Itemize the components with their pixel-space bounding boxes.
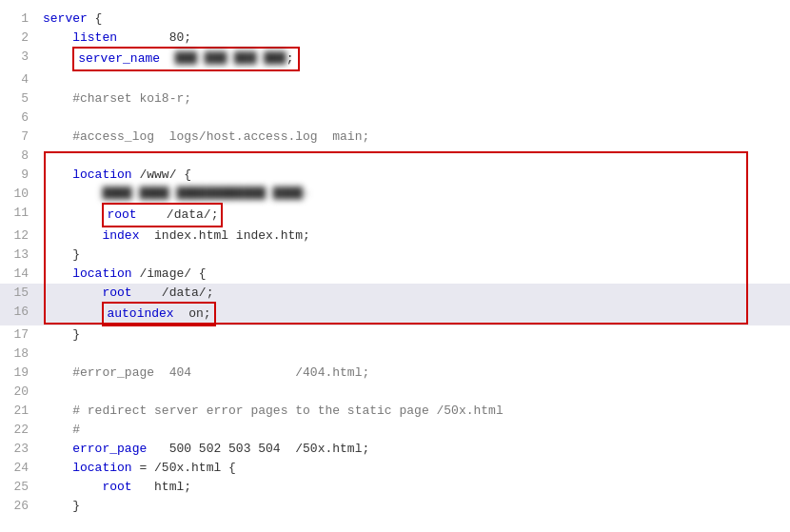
line-content-6 xyxy=(38,108,790,128)
line-content-5: #charset koi8-r; xyxy=(38,89,790,108)
code-line-10: 10 ████ ████ ████████████ ████- xyxy=(0,185,790,204)
line-content-24: location = /50x.html { xyxy=(38,459,790,478)
line-num-10: 10 xyxy=(0,185,38,204)
code-line-12: 12 index index.html index.htm; xyxy=(0,227,790,246)
blurred-content-10: ████ ████ ████████████ ████- xyxy=(102,185,309,204)
line-content-2: listen 80; xyxy=(38,29,790,48)
line-content-4 xyxy=(38,70,790,89)
code-line-20: 20 xyxy=(0,383,790,402)
line-num-23: 23 xyxy=(0,440,38,459)
line-content-18 xyxy=(38,345,790,364)
code-line-23: 23 error_page 500 502 503 504 /50x.html; xyxy=(0,440,790,459)
line-num-3: 3 xyxy=(0,48,38,67)
line-num-2: 2 xyxy=(0,29,38,48)
line-content-7: #access_log logs/host.access.log main; xyxy=(38,128,790,147)
code-line-9: 9 location /www/ { xyxy=(0,166,790,185)
line-content-26: } xyxy=(38,497,790,516)
line-num-19: 19 xyxy=(0,364,38,383)
code-line-1: 1 server { xyxy=(0,10,790,29)
code-line-4: 4 xyxy=(0,70,790,89)
line-num-8: 8 xyxy=(0,147,38,166)
line-content-17: } xyxy=(38,325,790,345)
line-content-20 xyxy=(38,383,790,402)
line-num-20: 20 xyxy=(0,383,38,402)
line-num-24: 24 xyxy=(0,459,38,478)
line-num-6: 6 xyxy=(0,108,38,128)
line-content-8 xyxy=(38,147,790,166)
line-content-21: # redirect server error pages to the sta… xyxy=(38,402,790,421)
line-num-9: 9 xyxy=(0,166,38,185)
code-line-21: 21 # redirect server error pages to the … xyxy=(0,402,790,421)
line-num-21: 21 xyxy=(0,402,38,421)
line-content-12: index index.html index.htm; xyxy=(38,227,790,246)
code-line-11: 11 root /data/; xyxy=(0,204,790,227)
line-content-14: location /image/ { xyxy=(38,265,790,284)
code-line-5: 5 #charset koi8-r; xyxy=(0,89,790,108)
line-content-11: root /data/; xyxy=(38,204,790,227)
line-content-22: # xyxy=(38,421,790,440)
line-num-18: 18 xyxy=(0,345,38,364)
line-num-13: 13 xyxy=(0,246,38,265)
code-line-3: 3 server_name ███ ███ ███ ███; xyxy=(0,48,790,70)
line-content-16: autoindex on; xyxy=(38,303,790,325)
line-num-1: 1 xyxy=(0,10,38,29)
code-line-14: 14 location /image/ { xyxy=(0,265,790,284)
code-line-16: 16 autoindex on; xyxy=(0,303,790,325)
code-line-19: 19 #error_page 404 /404.html; xyxy=(0,364,790,383)
code-line-25: 25 root html; xyxy=(0,478,790,497)
code-line-6: 6 xyxy=(0,108,790,128)
line-content-13: } xyxy=(38,246,790,265)
code-line-13: 13 } xyxy=(0,246,790,265)
line-content-19: #error_page 404 /404.html; xyxy=(38,364,790,383)
code-line-7: 7 #access_log logs/host.access.log main; xyxy=(0,128,790,147)
line-content-9: location /www/ { xyxy=(38,166,790,185)
line-num-25: 25 xyxy=(0,478,38,497)
line-content-10: ████ ████ ████████████ ████- xyxy=(38,185,790,204)
server-name-value: ███ ███ ███ ███ xyxy=(175,49,286,69)
line-content-15: root /data/; xyxy=(38,284,790,303)
line-num-4: 4 xyxy=(0,70,38,89)
line-content-25: root html; xyxy=(38,478,790,497)
line-content-1: server { xyxy=(38,10,790,29)
line-num-5: 5 xyxy=(0,89,38,108)
line-num-7: 7 xyxy=(0,128,38,147)
line-content-23: error_page 500 502 503 504 /50x.html; xyxy=(38,440,790,459)
line-num-11: 11 xyxy=(0,204,38,223)
code-line-15: 15 root /data/; xyxy=(0,284,790,303)
code-line-17: 17 } xyxy=(0,325,790,345)
line-num-14: 14 xyxy=(0,265,38,284)
code-editor: 1 server { 2 listen 80; 3 server_name ██… xyxy=(0,0,790,532)
code-line-18: 18 xyxy=(0,345,790,364)
code-line-8: 8 xyxy=(0,147,790,166)
line-content-3: server_name ███ ███ ███ ███; xyxy=(38,48,790,70)
line-num-26: 26 xyxy=(0,497,38,516)
code-line-24: 24 location = /50x.html { xyxy=(0,459,790,478)
line-num-15: 15 xyxy=(0,284,38,303)
code-line-26: 26 } xyxy=(0,497,790,516)
line-num-16: 16 xyxy=(0,303,38,322)
line-num-22: 22 xyxy=(0,421,38,440)
code-line-2: 2 listen 80; xyxy=(0,29,790,48)
line-num-17: 17 xyxy=(0,325,38,345)
line-num-12: 12 xyxy=(0,227,38,246)
code-line-22: 22 # xyxy=(0,421,790,440)
